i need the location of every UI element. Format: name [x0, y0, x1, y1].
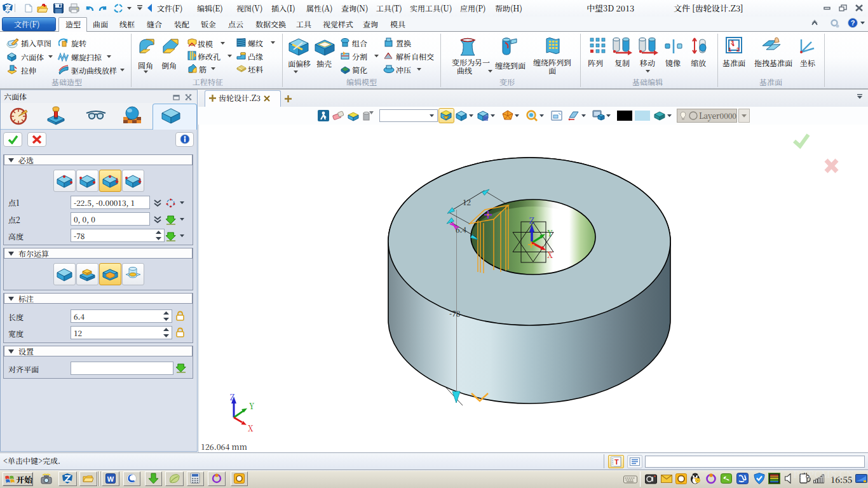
svg-text:-78: -78 [449, 308, 460, 318]
svg-text:?: ? [851, 19, 855, 27]
svg-text:2: 2 [736, 46, 740, 53]
svg-text:W: W [107, 475, 114, 483]
svg-text:1: 1 [728, 46, 731, 53]
svg-text:T: T [614, 458, 619, 466]
svg-text:Z: Z [230, 391, 234, 402]
svg-text:Y: Y [547, 227, 553, 239]
svg-text:126.064 mm: 126.064 mm [201, 441, 247, 452]
svg-text:X: X [248, 423, 254, 433]
svg-text:6.4: 6.4 [456, 224, 467, 234]
svg-text:Z: Z [529, 214, 534, 226]
svg-text:X: X [547, 248, 553, 261]
svg-text:12: 12 [463, 196, 471, 207]
svg-text:Y: Y [249, 400, 255, 411]
